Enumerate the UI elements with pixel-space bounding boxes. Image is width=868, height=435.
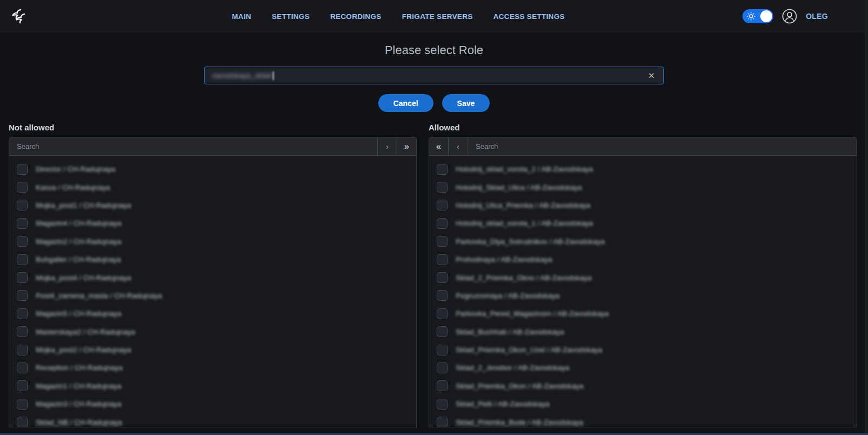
- list-item[interactable]: Sklad_Priemka_Bude / AB-Zavodskaya: [429, 413, 857, 427]
- item-checkbox[interactable]: [437, 417, 448, 427]
- item-checkbox[interactable]: [437, 164, 448, 175]
- list-item[interactable]: Kassa / CH-Radujnaya: [9, 178, 416, 196]
- allowed-search-input[interactable]: [468, 137, 857, 155]
- item-checkbox[interactable]: [17, 254, 28, 265]
- item-checkbox[interactable]: [17, 326, 28, 337]
- list-item[interactable]: Reception / CH-Radujnaya: [9, 359, 416, 377]
- list-item[interactable]: Sklad_Priemka_Okon / AB-Zavodskaya: [429, 377, 857, 395]
- item-label: Magazin1 / CH-Radujnaya: [36, 382, 121, 390]
- item-checkbox[interactable]: [437, 326, 448, 337]
- item-checkbox[interactable]: [17, 182, 28, 193]
- list-item[interactable]: Holodnij_Ulica_Priemka / AB-Zavodskaya: [429, 196, 857, 214]
- not-allowed-search-input[interactable]: [9, 137, 377, 155]
- list-item[interactable]: Magazin5 / CH-Radujnaya: [9, 305, 416, 322]
- nav-item[interactable]: RECORDINGS: [330, 12, 382, 21]
- item-checkbox[interactable]: [437, 345, 448, 355]
- list-item[interactable]: Holodnij_sklad_vorota_2 / AB-Zavodskaya: [429, 160, 857, 178]
- role-input[interactable]: zavodskaya_sklad ✕: [204, 67, 664, 84]
- list-item[interactable]: Magazin2 / CH-Radujnaya: [9, 233, 416, 251]
- item-checkbox[interactable]: [437, 182, 448, 193]
- list-item[interactable]: Mojka_post4 / CH-Radujnaya: [9, 268, 416, 286]
- item-label: Sklad_Priemka_Bude / AB-Zavodskaya: [456, 418, 583, 426]
- move-all-right-icon[interactable]: »: [397, 137, 416, 155]
- allowed-toolbar: « ‹: [429, 137, 857, 156]
- item-label: Sklad_2_Priemka_Okno / AB-Zavodskaya: [456, 274, 591, 282]
- text-caret: [273, 71, 274, 80]
- header-right-cluster: OLEG: [742, 9, 828, 24]
- allowed-panel: Allowed « ‹ Holodnij_sklad_vorota_2 / AB…: [429, 123, 857, 427]
- item-checkbox[interactable]: [17, 164, 28, 175]
- item-checkbox[interactable]: [437, 399, 448, 410]
- nav-item[interactable]: FRIGATE SERVERS: [402, 12, 473, 21]
- list-item[interactable]: Magazin4 / CH-Radujnaya: [9, 214, 416, 232]
- frigate-birds-logo[interactable]: [9, 4, 32, 28]
- list-item[interactable]: Sklad_Buchhab / AB-Zavodskaya: [429, 323, 857, 341]
- page-scrollbar[interactable]: [865, 0, 868, 435]
- item-checkbox[interactable]: [17, 380, 28, 391]
- move-right-icon[interactable]: ›: [377, 137, 397, 155]
- item-label: Parkovka_Dlya_Sotrudnikov / AB-Zavodskay…: [456, 238, 604, 246]
- item-checkbox[interactable]: [437, 272, 448, 283]
- list-item[interactable]: Magazin1 / CH-Radujnaya: [9, 377, 416, 395]
- list-item[interactable]: Sklad_Pelti / AB-Zavodskaya: [429, 395, 857, 413]
- list-item[interactable]: Magazin3 / CH-Radujnaya: [9, 395, 416, 413]
- move-all-left-icon[interactable]: «: [429, 137, 449, 155]
- nav-item[interactable]: ACCESS SETTINGS: [494, 12, 565, 21]
- item-checkbox[interactable]: [17, 417, 28, 427]
- list-item[interactable]: Prohodnaya / AB-Zavodskaya: [429, 251, 857, 268]
- list-item[interactable]: Parkovka_Dlya_Sotrudnikov / AB-Zavodskay…: [429, 233, 857, 251]
- list-item[interactable]: Mojka_post1 / CH-Radujnaya: [9, 196, 416, 214]
- item-label: Holodnij_Ulica_Priemka / AB-Zavodskaya: [456, 201, 590, 209]
- list-item[interactable]: Holodnij_sklad_vorota_1 / AB-Zavodskaya: [429, 214, 857, 232]
- item-checkbox[interactable]: [17, 200, 28, 210]
- item-label: Sklad_Priemka_Okon / AB-Zavodskaya: [456, 382, 583, 390]
- item-label: Magazin3 / CH-Radujnaya: [36, 400, 121, 408]
- item-label: Mojka_post2 / CH-Radujnaya: [36, 346, 131, 354]
- item-label: Post4_zamena_masla / CH-Radujnaya: [36, 292, 162, 300]
- item-checkbox[interactable]: [437, 308, 448, 319]
- item-label: Pogruzovnaya / AB-Zavodskaya: [456, 292, 560, 300]
- item-checkbox[interactable]: [17, 290, 28, 301]
- list-item[interactable]: Sklad_2_Jesebor / AB-Zavodskaya: [429, 359, 857, 377]
- list-item[interactable]: Holodnij_Sklad_Ulica / AB-Zavodskaya: [429, 178, 857, 196]
- list-item[interactable]: Masterskaya2 / CH-Radujnaya: [9, 323, 416, 341]
- item-checkbox[interactable]: [17, 345, 28, 355]
- allowed-list: Holodnij_sklad_vorota_2 / AB-Zavodskaya …: [429, 156, 857, 427]
- item-checkbox[interactable]: [437, 290, 448, 301]
- item-checkbox[interactable]: [437, 218, 448, 229]
- item-checkbox[interactable]: [17, 308, 28, 319]
- item-checkbox[interactable]: [17, 362, 28, 373]
- item-checkbox[interactable]: [437, 362, 448, 373]
- item-checkbox[interactable]: [437, 380, 448, 391]
- list-item[interactable]: Sklad_Priemka_Okon_Uzel / AB-Zavodskaya: [429, 341, 857, 359]
- list-item[interactable]: Sklad_2_Priemka_Okno / AB-Zavodskaya: [429, 268, 857, 286]
- list-item[interactable]: Director / CH-Radujnaya: [9, 160, 416, 178]
- list-item[interactable]: Post4_zamena_masla / CH-Radujnaya: [9, 287, 416, 305]
- user-name[interactable]: OLEG: [806, 12, 828, 21]
- item-checkbox[interactable]: [437, 236, 448, 247]
- list-item[interactable]: Parkovka_Pered_Magazinom / AB-Zavodskaya: [429, 305, 857, 322]
- cancel-button[interactable]: Cancel: [378, 94, 433, 112]
- save-button[interactable]: Save: [442, 94, 490, 112]
- list-item[interactable]: Mojka_post2 / CH-Radujnaya: [9, 341, 416, 359]
- item-checkbox[interactable]: [437, 254, 448, 265]
- move-left-icon[interactable]: ‹: [449, 137, 468, 155]
- list-item[interactable]: Sklad_NB / CH-Radujnaya: [9, 413, 416, 427]
- list-item[interactable]: Buhgalter / CH-Radujnaya: [9, 251, 416, 268]
- nav-item[interactable]: MAIN: [232, 12, 252, 21]
- item-checkbox[interactable]: [17, 399, 28, 410]
- item-label: Sklad_Priemka_Okon_Uzel / AB-Zavodskaya: [456, 346, 602, 354]
- item-checkbox[interactable]: [437, 200, 448, 210]
- nav-item[interactable]: SETTINGS: [272, 12, 310, 21]
- user-circle-icon[interactable]: [782, 9, 797, 24]
- item-checkbox[interactable]: [17, 236, 28, 247]
- theme-toggle[interactable]: [742, 9, 773, 23]
- item-label: Holodnij_Sklad_Ulica / AB-Zavodskaya: [456, 183, 582, 192]
- page-title: Please select Role: [0, 43, 868, 57]
- item-checkbox[interactable]: [17, 272, 28, 283]
- clear-input-icon[interactable]: ✕: [646, 69, 657, 82]
- item-label: Sklad_NB / CH-Radujnaya: [36, 418, 122, 426]
- item-checkbox[interactable]: [17, 218, 28, 229]
- list-item[interactable]: Pogruzovnaya / AB-Zavodskaya: [429, 287, 857, 305]
- item-label: Parkovka_Pered_Magazinom / AB-Zavodskaya: [456, 309, 609, 318]
